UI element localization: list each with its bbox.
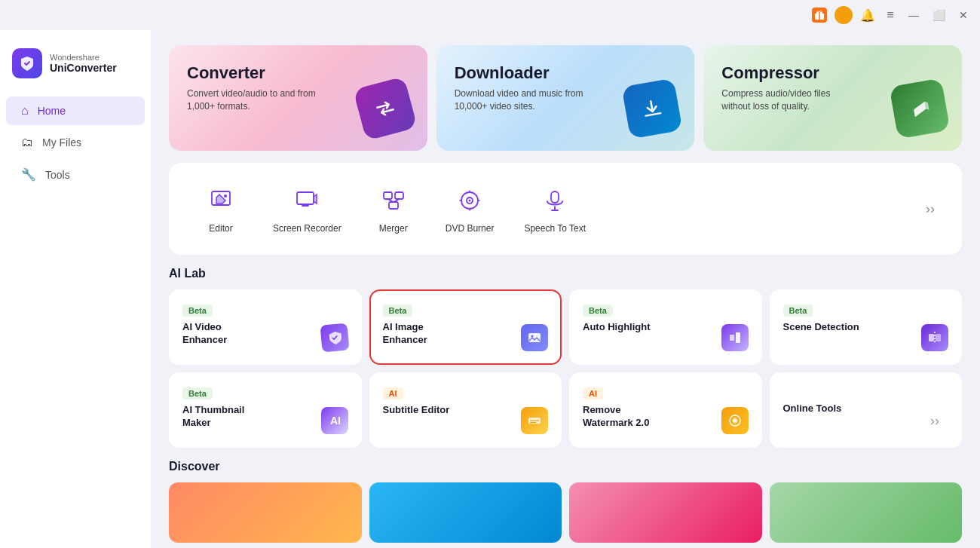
- downloader-desc: Download video and music from 10,000+ vi…: [455, 87, 590, 113]
- scene-detection-icon: [918, 321, 951, 354]
- video-enhancer-shape: [320, 323, 349, 352]
- discover-grid: [169, 482, 962, 543]
- svg-rect-15: [730, 335, 734, 341]
- svg-rect-6: [384, 192, 392, 199]
- ai-card-image-enhancer[interactable]: Beta AI ImageEnhancer: [369, 289, 562, 365]
- files-icon: 🗂: [21, 136, 33, 149]
- close-button[interactable]: ✕: [956, 6, 971, 24]
- ai-card-scene-detection[interactable]: Beta Scene Detection: [770, 289, 963, 365]
- sidebar: Wondershare UniConverter ⌂ Home 🗂 My Fil…: [0, 30, 151, 548]
- auto-highlight-badge: Beta: [583, 305, 613, 317]
- discover-card-1[interactable]: [169, 482, 362, 543]
- sidebar-item-label-files: My Files: [42, 136, 81, 148]
- dvd-burner-icon: [453, 184, 486, 217]
- ai-card-remove-watermark[interactable]: AI RemoveWatermark 2.0: [569, 372, 762, 448]
- converter-card[interactable]: Converter Convert video/audio to and fro…: [169, 45, 427, 151]
- discover-card-3[interactable]: [569, 482, 762, 543]
- svg-rect-12: [551, 191, 559, 203]
- ai-grid: Beta AI VideoEnhancer Beta AI ImageEnhan…: [169, 289, 962, 448]
- online-tools-icon: ››: [918, 404, 951, 437]
- subtitle-editor-badge: AI: [383, 387, 403, 400]
- compressor-icon-shape: [889, 78, 950, 139]
- user-avatar[interactable]: [835, 6, 853, 24]
- discover-card-2[interactable]: [369, 482, 562, 543]
- tool-dvd-burner[interactable]: DVD Burner: [433, 178, 507, 240]
- tool-merger[interactable]: Merger: [360, 178, 427, 240]
- online-tools-arrow: ››: [930, 413, 939, 429]
- app-layout: Wondershare UniConverter ⌂ Home 🗂 My Fil…: [0, 30, 980, 548]
- maximize-button[interactable]: ⬜: [929, 6, 948, 24]
- app-logo: Wondershare UniConverter: [0, 42, 151, 93]
- subtitle-editor-icon: [518, 404, 551, 437]
- main-content: Converter Convert video/audio to and fro…: [151, 30, 980, 548]
- compressor-card[interactable]: Compressor Compress audio/video files wi…: [703, 45, 962, 151]
- image-enhancer-shape: [521, 324, 548, 351]
- ai-image-enhancer-icon: [518, 321, 551, 354]
- brand-name: Wondershare: [50, 53, 117, 62]
- sidebar-item-tools[interactable]: 🔧 Tools: [6, 160, 145, 189]
- downloader-icon-shape: [622, 78, 683, 139]
- titlebar-icons: 🔔 ≡ — ⬜ ✕: [812, 6, 971, 24]
- sidebar-item-home[interactable]: ⌂ Home: [6, 96, 145, 125]
- speech-to-text-icon: [538, 184, 571, 217]
- sidebar-item-my-files[interactable]: 🗂 My Files: [6, 128, 145, 157]
- ai-card-online-tools[interactable]: Online Tools ››: [770, 372, 963, 448]
- converter-icon-shape: [353, 76, 418, 141]
- auto-highlight-icon: [718, 321, 752, 354]
- merger-label: Merger: [379, 223, 408, 234]
- downloader-illustration: [622, 78, 682, 139]
- downloader-card[interactable]: Downloader Download video and music from…: [436, 45, 695, 151]
- watermark-shape: [721, 407, 749, 434]
- speech-to-text-label: Speech To Text: [524, 223, 586, 234]
- scene-detect-shape: [921, 324, 948, 351]
- ai-video-enhancer-icon: [318, 321, 351, 354]
- bell-icon[interactable]: 🔔: [860, 8, 875, 23]
- discover-card-4[interactable]: [770, 482, 963, 543]
- thumbnail-maker-badge: Beta: [182, 387, 213, 400]
- compressor-illustration: [890, 78, 950, 139]
- home-icon: ⌂: [21, 104, 29, 118]
- auto-highlight-shape: [721, 324, 749, 351]
- sidebar-item-label-tools: Tools: [45, 169, 70, 181]
- ai-card-video-enhancer[interactable]: Beta AI VideoEnhancer: [169, 289, 362, 365]
- remove-watermark-icon: [718, 404, 752, 437]
- hero-cards: Converter Convert video/audio to and fro…: [169, 45, 962, 151]
- svg-point-11: [469, 200, 471, 202]
- converter-illustration: [355, 78, 415, 139]
- logo-icon: [12, 48, 42, 78]
- titlebar: 🔔 ≡ — ⬜ ✕: [0, 0, 980, 30]
- menu-icon[interactable]: ≡: [883, 8, 898, 23]
- discover-title: Discover: [169, 460, 962, 473]
- gift-icon[interactable]: [812, 8, 827, 23]
- tools-icon: 🔧: [21, 167, 36, 182]
- thumbnail-shape: AI: [321, 407, 348, 434]
- thumbnail-maker-icon: AI: [318, 404, 351, 437]
- svg-rect-13: [528, 333, 541, 342]
- minimize-button[interactable]: —: [905, 6, 922, 24]
- ai-card-auto-highlight[interactable]: Beta Auto Highlight: [569, 289, 762, 365]
- svg-rect-16: [736, 332, 740, 343]
- ai-lab-title: AI Lab: [169, 267, 962, 280]
- tools-bar: Editor Screen Recorder: [169, 163, 962, 255]
- merger-icon: [377, 184, 410, 217]
- screen-recorder-label: Screen Recorder: [273, 223, 341, 234]
- svg-point-14: [531, 335, 534, 338]
- dvd-burner-label: DVD Burner: [446, 223, 495, 234]
- screen-recorder-icon: [290, 184, 323, 217]
- scene-detection-badge: Beta: [783, 305, 813, 317]
- svg-text:AI: AI: [330, 415, 341, 427]
- tool-screen-recorder[interactable]: Screen Recorder: [261, 178, 354, 240]
- remove-watermark-badge: AI: [583, 387, 603, 400]
- sidebar-item-label-home: Home: [38, 105, 66, 117]
- compressor-desc: Compress audio/video files without loss …: [721, 87, 857, 113]
- ai-card-thumbnail-maker[interactable]: Beta AI ThumbnailMaker AI: [169, 372, 362, 448]
- product-name: UniConverter: [50, 62, 117, 74]
- tool-editor[interactable]: Editor: [187, 178, 255, 240]
- svg-rect-8: [389, 202, 398, 209]
- tools-more-button[interactable]: ››: [917, 195, 944, 222]
- ai-card-subtitle-editor[interactable]: AI Subtitle Editor: [369, 372, 562, 448]
- svg-point-25: [733, 419, 737, 422]
- svg-rect-18: [936, 334, 941, 341]
- editor-icon: [204, 184, 237, 217]
- tool-speech-to-text[interactable]: Speech To Text: [512, 178, 598, 240]
